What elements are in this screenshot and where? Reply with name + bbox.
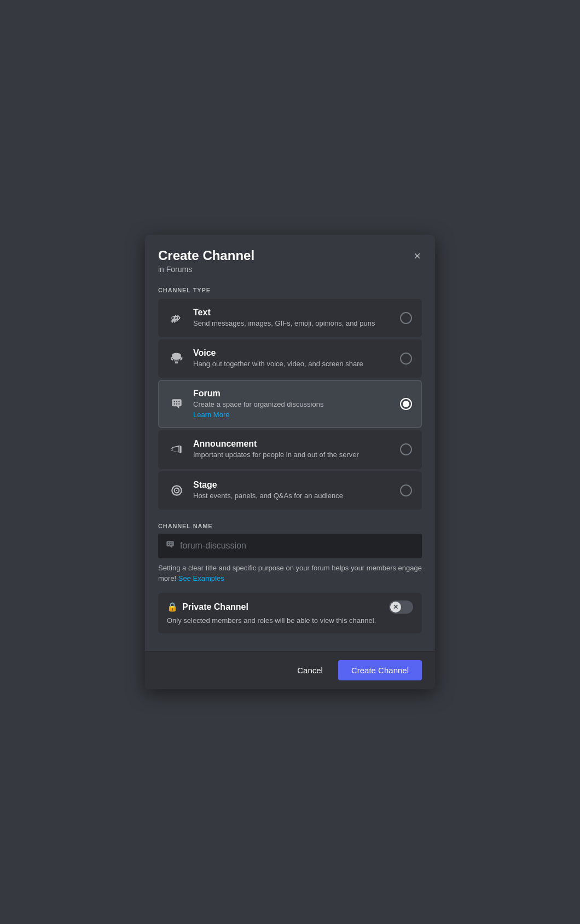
forum-radio-inner [403,401,409,407]
modal-footer: Cancel Create Channel [145,651,435,689]
forum-channel-desc: Create a space for organized discussions [193,400,392,409]
channel-types-list: Text Send messages, images, GIFs, emoji,… [158,299,422,510]
channel-type-announcement[interactable]: Announcement Important updates for peopl… [158,430,422,469]
voice-channel-content: Voice Hang out together with voice, vide… [193,348,392,369]
channel-name-section: CHANNEL NAME Setting a clear title and s… [158,523,422,584]
voice-radio[interactable] [400,353,412,365]
channel-name-input-wrap [158,534,422,558]
modal-subtitle: in Forums [158,265,254,274]
private-channel-desc: Only selected members and roles will be … [167,616,413,626]
forum-channel-content: Forum Create a space for organized discu… [193,389,392,419]
forum-icon [168,397,185,411]
announcement-icon [168,442,185,457]
channel-type-voice[interactable]: Voice Hang out together with voice, vide… [158,339,422,378]
channel-name-forum-icon [165,539,176,553]
learn-more-link[interactable]: Learn More [193,411,229,419]
lock-icon: 🔒 [167,602,178,612]
stage-icon [168,483,185,498]
stage-channel-name: Stage [193,480,392,490]
cancel-button[interactable]: Cancel [288,661,332,679]
channel-type-forum[interactable]: Forum Create a space for organized discu… [158,380,422,428]
modal-body: CHANNEL TYPE Text Send messages, images,… [145,278,435,651]
channel-type-label: CHANNEL TYPE [158,287,422,293]
voice-icon [168,351,185,366]
forum-channel-name: Forum [193,389,392,399]
see-examples-link[interactable]: See Examples [178,574,224,582]
private-channel-toggle[interactable]: ✕ [389,600,413,614]
announcement-channel-name: Announcement [193,439,392,449]
close-button[interactable]: × [413,249,422,263]
stage-channel-content: Stage Host events, panels, and Q&As for … [193,480,392,501]
channel-name-hint: Setting a clear title and specific purpo… [158,563,422,584]
private-channel-section: 🔒 Private Channel ✕ Only selected member… [158,593,422,633]
create-channel-button[interactable]: Create Channel [338,660,422,680]
announcement-radio[interactable] [400,443,412,455]
stage-radio[interactable] [400,484,412,496]
text-channel-desc: Send messages, images, GIFs, emoji, opin… [193,319,392,328]
text-radio[interactable] [400,312,412,324]
channel-name-input[interactable] [180,541,415,551]
modal-header: Create Channel in Forums × [145,235,435,278]
channel-type-text[interactable]: Text Send messages, images, GIFs, emoji,… [158,299,422,337]
voice-channel-name: Voice [193,348,392,358]
toggle-knob: ✕ [390,602,401,613]
stage-channel-desc: Host events, panels, and Q&As for an aud… [193,491,392,501]
private-channel-header: 🔒 Private Channel ✕ [167,600,413,614]
announcement-channel-desc: Important updates for people in and out … [193,450,392,460]
channel-type-stage[interactable]: Stage Host events, panels, and Q&As for … [158,471,422,510]
channel-name-label: CHANNEL NAME [158,523,422,529]
text-channel-content: Text Send messages, images, GIFs, emoji,… [193,308,392,328]
forum-radio[interactable] [400,398,412,410]
voice-channel-desc: Hang out together with voice, video, and… [193,359,392,369]
announcement-channel-content: Announcement Important updates for peopl… [193,439,392,460]
private-channel-title: 🔒 Private Channel [167,602,248,612]
create-channel-modal: Create Channel in Forums × CHANNEL TYPE … [145,235,435,689]
hash-icon [168,311,185,325]
title-block: Create Channel in Forums [158,248,254,274]
text-channel-name: Text [193,308,392,317]
modal-title: Create Channel [158,248,254,264]
